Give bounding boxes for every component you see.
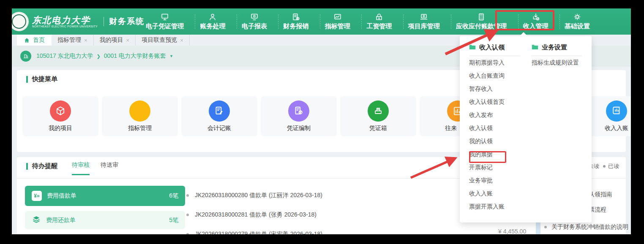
bullet-icon bbox=[186, 233, 189, 234]
notice-item[interactable]: 认领指南 bbox=[589, 191, 612, 198]
menu-item-income-ledger-query[interactable]: 收入台账查询 bbox=[469, 69, 520, 82]
nav-item-accounting[interactable]: 账务处理 bbox=[195, 8, 230, 35]
section-accent-bar bbox=[26, 76, 28, 83]
menu-item-invoice-mark[interactable]: 开票标记 bbox=[469, 161, 520, 174]
quick-card-bookkeeping[interactable]: 会计记账 bbox=[181, 96, 257, 136]
university-name: 东北电力大学 bbox=[32, 16, 98, 25]
tab-indicator-mgmt[interactable]: 指标管理 × bbox=[52, 35, 94, 46]
book-bars-icon bbox=[606, 100, 627, 122]
person-coin-icon bbox=[208, 13, 217, 21]
monitor-icon bbox=[161, 13, 169, 21]
bullet-icon bbox=[544, 226, 547, 228]
unit-code-name: 105017 东北电力大学 bbox=[36, 52, 93, 60]
main-nav: 电子凭证管理 账务处理 电子报表 财务报销 指标管理 工资管理 bbox=[141, 8, 595, 35]
calculator-icon bbox=[477, 13, 486, 21]
top-navbar: 东北电力大学 NORTHEAST ELECTRIC POWER UNIVERSI… bbox=[12, 8, 631, 35]
todo-list-item[interactable]: JK20260318000280 借款单 (江丽洋 2026-03-18) bbox=[186, 192, 322, 199]
breadcrumb-separator: ❯ bbox=[97, 54, 101, 59]
todo-list-item[interactable]: JK20260318000281 借款单 (张勇 2026-03-18) bbox=[186, 211, 317, 219]
tab-pending-submit[interactable]: 待送审 bbox=[101, 161, 118, 175]
category-expense-repayment[interactable]: 费用还款单 5笔 bbox=[25, 211, 185, 229]
folder-icon bbox=[532, 44, 538, 51]
nav-item-projectlib[interactable]: 项目库管理 bbox=[403, 8, 445, 35]
close-icon[interactable]: × bbox=[126, 37, 130, 43]
dropdown-section-business-settings: 业务设置 bbox=[532, 43, 582, 56]
yen-icon: ¥» bbox=[32, 191, 42, 201]
read-dot-icon bbox=[603, 165, 606, 168]
nav-item-settings[interactable]: 基础设置 bbox=[559, 8, 595, 35]
count-badge: 5笔 bbox=[169, 217, 178, 224]
nav-item-reimburse[interactable]: 财务报销 bbox=[278, 8, 314, 35]
nav-item-income[interactable]: 收入管理 bbox=[518, 8, 554, 35]
salary-box-icon bbox=[375, 13, 383, 21]
list-clock-icon bbox=[292, 13, 300, 21]
todo-title: 待办提醒 bbox=[32, 162, 57, 170]
chart-photo-icon bbox=[333, 13, 342, 21]
todo-list-item[interactable]: JK20260318000279 借款单 (宋宏美 2026-03-18) bbox=[186, 230, 322, 234]
nav-item-arap[interactable]: 应收应付账款管理 bbox=[451, 8, 512, 35]
gear-icon bbox=[573, 13, 581, 21]
voucher-box-icon bbox=[368, 100, 389, 122]
tab-project-preview[interactable]: 项目联查预览 × bbox=[136, 35, 190, 46]
menu-item-income-claim-home[interactable]: 收入认领首页 bbox=[469, 95, 520, 108]
menu-item-income-claim[interactable]: 收入认领 bbox=[469, 122, 520, 135]
university-name-en: NORTHEAST ELECTRIC POWER UNIVERSITY bbox=[32, 25, 98, 28]
tab-home[interactable]: 首页 bbox=[17, 35, 52, 46]
app-window: 东北电力大学 NORTHEAST ELECTRIC POWER UNIVERSI… bbox=[12, 8, 631, 234]
notice-item[interactable]: 关于财务系统冲销借款的说明 bbox=[551, 223, 628, 231]
tab-pending-review[interactable]: 待审核 bbox=[72, 161, 90, 175]
category-expense-loan[interactable]: ¥» 费用借款单 6笔 bbox=[25, 186, 185, 206]
system-title: 财务系统 bbox=[109, 16, 145, 27]
menu-item-initial-bill-import[interactable]: 期初票据导入 bbox=[469, 56, 520, 69]
quick-card-indicator-mgmt[interactable]: 指标管理 bbox=[102, 96, 178, 136]
nav-item-evoucher[interactable]: 电子凭证管理 bbox=[141, 8, 189, 35]
report-screen-icon bbox=[250, 13, 259, 21]
count-badge: 6笔 bbox=[169, 192, 178, 200]
income-check-icon bbox=[532, 13, 540, 21]
doc-coin-icon bbox=[288, 100, 309, 122]
bullet-icon bbox=[186, 194, 189, 197]
section-accent-bar bbox=[26, 163, 28, 170]
menu-item-income-posting[interactable]: 收入入账 bbox=[469, 187, 520, 200]
dropdown-section-income-claim: 收入认领 bbox=[469, 43, 520, 56]
quick-card-my-projects[interactable]: 我的项目 bbox=[22, 96, 98, 136]
quick-card-voucher-edit[interactable]: 凭证编制 bbox=[261, 96, 337, 136]
bullet-icon bbox=[186, 214, 189, 216]
breadcrumb[interactable]: 105017 东北电力大学 ❯ 0001 电力大学财务账套 ▼ bbox=[36, 46, 173, 67]
layers-icon bbox=[32, 215, 41, 226]
nav-item-indicator[interactable]: 指标管理 bbox=[320, 8, 355, 35]
filter-read[interactable]: 已读 bbox=[603, 163, 619, 170]
nav-item-ereport[interactable]: 电子报表 bbox=[237, 8, 272, 35]
circle-icon bbox=[129, 100, 150, 122]
todo-tabs: 待审核 待送审 bbox=[72, 161, 118, 175]
close-icon[interactable]: × bbox=[84, 37, 87, 43]
university-logo bbox=[12, 12, 29, 31]
brand-block: 东北电力大学 NORTHEAST ELECTRIC POWER UNIVERSI… bbox=[12, 8, 145, 35]
menu-item-income-publish[interactable]: 收入发布 bbox=[469, 108, 520, 122]
organization-icon bbox=[20, 51, 31, 62]
laptop-person-icon bbox=[420, 13, 428, 21]
menu-item-my-bills[interactable]: 我的票据 bbox=[469, 148, 520, 161]
menu-item-bill-invoice-posting[interactable]: 票据开票入账 bbox=[469, 200, 520, 213]
todo-item-amount: ¥ 4,455.00 bbox=[498, 228, 526, 234]
menu-item-indicator-rule-settings[interactable]: 指标生成规则设置 bbox=[532, 56, 582, 69]
brand-divider bbox=[104, 17, 104, 26]
menu-item-temp-income[interactable]: 暂存收入 bbox=[469, 82, 520, 95]
doc-pencil-icon bbox=[209, 100, 230, 122]
close-icon[interactable]: × bbox=[180, 37, 183, 43]
nav-item-salary[interactable]: 工资管理 bbox=[361, 8, 397, 35]
menu-item-business-approval[interactable]: 业务审批 bbox=[469, 174, 520, 187]
quick-menu-title: 快捷菜单 bbox=[32, 75, 57, 83]
home-icon bbox=[24, 37, 30, 43]
chevron-down-icon[interactable]: ▼ bbox=[169, 54, 173, 58]
income-mgmt-dropdown: 收入认领 期初票据导入 收入台账查询 暂存收入 收入认领首页 收入发布 收入认领… bbox=[460, 36, 592, 222]
cube-icon bbox=[50, 100, 71, 122]
quick-card-voucher-box[interactable]: 凭证箱 bbox=[340, 96, 416, 136]
menu-item-my-claims[interactable]: 我的认领 bbox=[469, 135, 520, 148]
folder-icon bbox=[469, 44, 476, 51]
tab-my-projects[interactable]: 我的项目 × bbox=[94, 35, 136, 46]
account-book-name: 0001 电力大学财务账套 bbox=[104, 52, 166, 60]
